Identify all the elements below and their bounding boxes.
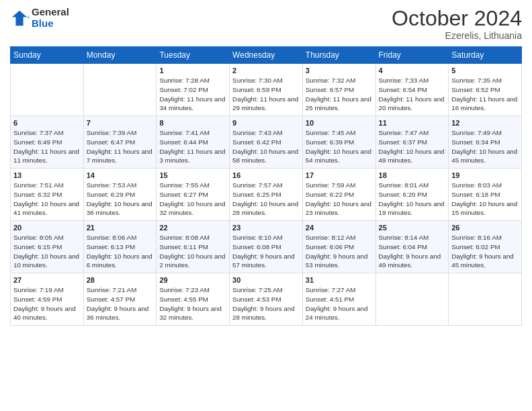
day-detail: Sunrise: 7:59 AMSunset: 6:22 PMDaylight:… (306, 181, 373, 218)
day-cell: 11Sunrise: 7:47 AMSunset: 6:37 PMDayligh… (375, 116, 449, 169)
day-cell: 26Sunrise: 8:16 AMSunset: 6:02 PMDayligh… (449, 221, 522, 273)
day-number: 17 (306, 171, 373, 179)
day-number: 11 (379, 119, 446, 127)
day-number: 16 (232, 171, 300, 179)
col-header-tuesday: Tuesday (157, 47, 230, 64)
day-detail: Sunrise: 7:32 AMSunset: 6:57 PMDaylight:… (306, 76, 373, 113)
title-block: October 2024 Ezerelis, Lithuania (392, 7, 522, 41)
logo-general-text: General (32, 7, 69, 18)
day-cell: 21Sunrise: 8:06 AMSunset: 6:13 PMDayligh… (83, 221, 157, 273)
day-number: 19 (451, 171, 519, 179)
day-cell: 27Sunrise: 7:19 AMSunset: 4:59 PMDayligh… (11, 273, 84, 326)
day-cell: 23Sunrise: 8:10 AMSunset: 6:08 PMDayligh… (230, 221, 303, 273)
logo-icon (10, 9, 29, 28)
col-header-monday: Monday (83, 47, 157, 64)
day-number: 26 (451, 224, 519, 232)
logo-text: General Blue (32, 7, 69, 29)
day-number: 31 (306, 276, 373, 284)
day-number: 14 (87, 171, 154, 179)
day-detail: Sunrise: 7:57 AMSunset: 6:25 PMDaylight:… (232, 181, 300, 218)
day-number: 22 (159, 224, 226, 232)
day-detail: Sunrise: 7:19 AMSunset: 4:59 PMDaylight:… (13, 285, 81, 322)
location-subtitle: Ezerelis, Lithuania (392, 30, 522, 41)
day-cell: 30Sunrise: 7:25 AMSunset: 4:53 PMDayligh… (230, 273, 303, 326)
svg-marker-1 (27, 15, 29, 19)
day-detail: Sunrise: 7:47 AMSunset: 6:37 PMDaylight:… (379, 128, 446, 165)
day-detail: Sunrise: 8:08 AMSunset: 6:11 PMDaylight:… (159, 233, 226, 270)
day-cell (11, 64, 84, 116)
day-detail: Sunrise: 7:25 AMSunset: 4:53 PMDaylight:… (232, 285, 300, 322)
day-number: 12 (451, 119, 519, 127)
day-detail: Sunrise: 7:23 AMSunset: 4:55 PMDaylight:… (159, 285, 226, 322)
day-detail: Sunrise: 7:49 AMSunset: 6:34 PMDaylight:… (451, 128, 519, 165)
logo-blue-text: Blue (32, 18, 69, 30)
day-number: 8 (159, 119, 226, 127)
week-row-3: 13Sunrise: 7:51 AMSunset: 6:32 PMDayligh… (11, 169, 522, 221)
day-detail: Sunrise: 7:37 AMSunset: 6:49 PMDaylight:… (13, 128, 81, 165)
day-detail: Sunrise: 7:43 AMSunset: 6:42 PMDaylight:… (232, 128, 300, 165)
week-row-5: 27Sunrise: 7:19 AMSunset: 4:59 PMDayligh… (11, 273, 522, 326)
day-detail: Sunrise: 8:16 AMSunset: 6:02 PMDaylight:… (451, 233, 519, 270)
day-number: 13 (13, 171, 81, 179)
month-title: October 2024 (392, 7, 522, 30)
day-cell: 2Sunrise: 7:30 AMSunset: 6:59 PMDaylight… (230, 64, 303, 116)
day-cell: 5Sunrise: 7:35 AMSunset: 6:52 PMDaylight… (449, 64, 522, 116)
day-number: 10 (306, 119, 373, 127)
col-header-wednesday: Wednesday (230, 47, 303, 64)
day-number: 4 (379, 66, 446, 75)
day-detail: Sunrise: 7:35 AMSunset: 6:52 PMDaylight:… (451, 76, 519, 113)
day-detail: Sunrise: 7:51 AMSunset: 6:32 PMDaylight:… (13, 181, 81, 218)
day-number: 25 (379, 224, 446, 232)
day-cell: 29Sunrise: 7:23 AMSunset: 4:55 PMDayligh… (157, 273, 230, 326)
day-number: 7 (87, 119, 154, 127)
day-number: 24 (306, 224, 373, 232)
day-cell: 9Sunrise: 7:43 AMSunset: 6:42 PMDaylight… (230, 116, 303, 169)
day-detail: Sunrise: 8:05 AMSunset: 6:15 PMDaylight:… (13, 233, 81, 270)
day-number: 18 (379, 171, 446, 179)
day-cell: 20Sunrise: 8:05 AMSunset: 6:15 PMDayligh… (11, 221, 84, 273)
day-detail: Sunrise: 7:27 AMSunset: 4:51 PMDaylight:… (306, 285, 373, 322)
day-detail: Sunrise: 8:10 AMSunset: 6:08 PMDaylight:… (232, 233, 300, 270)
day-cell: 6Sunrise: 7:37 AMSunset: 6:49 PMDaylight… (11, 116, 84, 169)
day-cell: 15Sunrise: 7:55 AMSunset: 6:27 PMDayligh… (157, 169, 230, 221)
day-cell: 8Sunrise: 7:41 AMSunset: 6:44 PMDaylight… (157, 116, 230, 169)
col-header-saturday: Saturday (449, 47, 522, 64)
day-cell: 25Sunrise: 8:14 AMSunset: 6:04 PMDayligh… (375, 221, 449, 273)
day-detail: Sunrise: 8:01 AMSunset: 6:20 PMDaylight:… (379, 181, 446, 218)
day-cell: 24Sunrise: 8:12 AMSunset: 6:06 PMDayligh… (302, 221, 375, 273)
day-cell: 16Sunrise: 7:57 AMSunset: 6:25 PMDayligh… (230, 169, 303, 221)
day-cell: 31Sunrise: 7:27 AMSunset: 4:51 PMDayligh… (302, 273, 375, 326)
day-cell: 17Sunrise: 7:59 AMSunset: 6:22 PMDayligh… (302, 169, 375, 221)
day-number: 15 (159, 171, 226, 179)
day-cell: 19Sunrise: 8:03 AMSunset: 6:18 PMDayligh… (449, 169, 522, 221)
header: General Blue October 2024 Ezerelis, Lith… (10, 7, 522, 41)
day-detail: Sunrise: 7:21 AMSunset: 4:57 PMDaylight:… (87, 285, 154, 322)
logo: General Blue (10, 7, 69, 29)
week-row-2: 6Sunrise: 7:37 AMSunset: 6:49 PMDaylight… (11, 116, 522, 169)
day-detail: Sunrise: 7:39 AMSunset: 6:47 PMDaylight:… (87, 128, 154, 165)
day-cell: 22Sunrise: 8:08 AMSunset: 6:11 PMDayligh… (157, 221, 230, 273)
day-detail: Sunrise: 8:03 AMSunset: 6:18 PMDaylight:… (451, 181, 519, 218)
day-cell: 10Sunrise: 7:45 AMSunset: 6:39 PMDayligh… (302, 116, 375, 169)
day-number: 9 (232, 119, 300, 127)
day-number: 1 (159, 66, 226, 75)
day-number: 3 (306, 66, 373, 75)
day-cell: 13Sunrise: 7:51 AMSunset: 6:32 PMDayligh… (11, 169, 84, 221)
week-row-4: 20Sunrise: 8:05 AMSunset: 6:15 PMDayligh… (11, 221, 522, 273)
day-cell: 12Sunrise: 7:49 AMSunset: 6:34 PMDayligh… (449, 116, 522, 169)
day-number: 29 (159, 276, 226, 284)
day-cell: 14Sunrise: 7:53 AMSunset: 6:29 PMDayligh… (83, 169, 157, 221)
day-detail: Sunrise: 8:06 AMSunset: 6:13 PMDaylight:… (87, 233, 154, 270)
day-detail: Sunrise: 7:45 AMSunset: 6:39 PMDaylight:… (306, 128, 373, 165)
day-cell (83, 64, 157, 116)
page: General Blue October 2024 Ezerelis, Lith… (0, 0, 532, 411)
day-cell: 7Sunrise: 7:39 AMSunset: 6:47 PMDaylight… (83, 116, 157, 169)
day-detail: Sunrise: 8:12 AMSunset: 6:06 PMDaylight:… (306, 233, 373, 270)
day-detail: Sunrise: 8:14 AMSunset: 6:04 PMDaylight:… (379, 233, 446, 270)
day-number: 5 (451, 66, 519, 75)
col-header-sunday: Sunday (11, 47, 84, 64)
svg-marker-0 (12, 10, 27, 25)
day-number: 28 (87, 276, 154, 284)
day-detail: Sunrise: 7:55 AMSunset: 6:27 PMDaylight:… (159, 181, 226, 218)
day-detail: Sunrise: 7:30 AMSunset: 6:59 PMDaylight:… (232, 76, 300, 113)
